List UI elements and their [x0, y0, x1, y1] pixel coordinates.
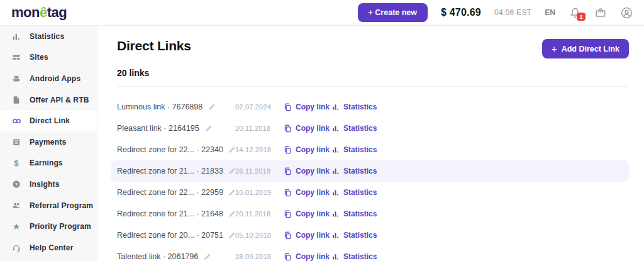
- sidebar-item-sites[interactable]: Sites: [0, 47, 97, 69]
- notifications-bell-icon[interactable]: 1: [569, 6, 581, 19]
- copy-link-button[interactable]: Copy link: [284, 145, 332, 154]
- link-date: 28.09.2018: [235, 253, 284, 260]
- headset-icon: [11, 243, 21, 253]
- account-balance[interactable]: $ 470.69: [441, 7, 481, 18]
- link-date: 02.07.2024: [235, 103, 284, 111]
- sidebar-item-label: Direct Link: [30, 116, 70, 125]
- top-header: monêtag + Create new $ 470.69 04:06 EST …: [0, 0, 644, 26]
- monetag-dashboard: monêtag + Create new $ 470.69 04:06 EST …: [0, 0, 644, 261]
- edit-pencil-icon[interactable]: [205, 125, 212, 132]
- sidebar-item-referral-program[interactable]: Referral Program: [0, 195, 97, 216]
- statistics-button[interactable]: Statistics: [332, 231, 377, 240]
- question-circle-icon: ?: [11, 179, 21, 189]
- copy-link-label: Copy link: [296, 124, 330, 133]
- copy-link-button[interactable]: Copy link: [284, 209, 332, 218]
- direct-link-row: Redirect zone for 21... · 2183339 26.11.…: [111, 160, 629, 182]
- copy-link-label: Copy link: [296, 188, 330, 197]
- statistics-button[interactable]: Statistics: [332, 124, 377, 133]
- sidebar-item-label: Payments: [30, 138, 66, 147]
- direct-link-row: Redirect zone for 20... · 2075193 05.10.…: [111, 225, 629, 246]
- sidebar-item-payments[interactable]: Payments: [0, 131, 97, 153]
- link-name: Redirect zone for 22... · 2234030: [117, 145, 223, 154]
- edit-pencil-icon[interactable]: [208, 104, 215, 111]
- sidebar-item-help-center[interactable]: Help Center: [0, 237, 97, 258]
- plus-icon: +: [552, 44, 557, 53]
- statistics-label: Statistics: [343, 167, 377, 175]
- link-date: 14.12.2018: [235, 146, 284, 153]
- link-name: Redirect zone for 20... · 2075193: [117, 231, 223, 240]
- copy-link-label: Copy link: [296, 103, 330, 111]
- statistics-button[interactable]: Statistics: [332, 145, 377, 154]
- edit-pencil-icon[interactable]: [228, 232, 235, 239]
- edit-pencil-icon[interactable]: [228, 211, 235, 218]
- link-date: 10.01.2019: [235, 189, 284, 196]
- sidebar-item-label: Android Apps: [30, 74, 80, 83]
- copy-link-button[interactable]: Copy link: [284, 167, 332, 175]
- sidebar-item-insights[interactable]: ? Insights: [0, 174, 97, 195]
- monetag-logo[interactable]: monêtag: [11, 4, 67, 21]
- link-name: Luminous link · 7676898: [117, 103, 203, 111]
- marketplace-briefcase-icon[interactable]: [594, 6, 607, 19]
- statistics-button[interactable]: Statistics: [332, 167, 377, 175]
- link-date: 20.11.2018: [235, 125, 284, 132]
- statistics-label: Statistics: [343, 231, 377, 240]
- bar-chart-icon: [11, 31, 21, 42]
- edit-pencil-icon[interactable]: [228, 168, 235, 175]
- language-selector[interactable]: EN: [545, 8, 555, 17]
- logo-text-2: tag: [47, 4, 67, 20]
- sidebar-item-offer-api-rtb[interactable]: Offer API & RTB: [0, 89, 97, 111]
- copy-link-button[interactable]: Copy link: [284, 124, 332, 133]
- sidebar-item-label: Sites: [30, 53, 48, 62]
- people-icon: [11, 201, 21, 211]
- link-name-cell: Redirect zone for 21... · 2164820: [117, 209, 235, 218]
- copy-link-button[interactable]: Copy link: [284, 252, 332, 261]
- edit-pencil-icon[interactable]: [228, 189, 235, 196]
- sidebar-item-earnings[interactable]: $ Earnings: [0, 153, 97, 174]
- sidebar-item-label: Earnings: [30, 158, 63, 167]
- sidebar-item-label: Referral Program: [30, 201, 93, 210]
- copy-link-label: Copy link: [296, 167, 330, 175]
- logo-accent-letter: ê: [40, 4, 47, 20]
- add-direct-link-button[interactable]: + Add Direct Link: [542, 39, 629, 58]
- direct-link-row: Luminous link · 7676898 02.07.2024 Copy …: [111, 96, 629, 118]
- copy-link-button[interactable]: Copy link: [284, 188, 332, 197]
- statistics-button[interactable]: Statistics: [332, 103, 377, 111]
- statistics-button[interactable]: Statistics: [332, 209, 377, 218]
- sidebar-item-label: Offer API & RTB: [30, 96, 89, 104]
- header-actions: + Create new $ 470.69 04:06 EST EN 1: [358, 3, 633, 22]
- section-divider: [117, 86, 629, 87]
- statistics-label: Statistics: [343, 209, 377, 218]
- sidebar-item-priority-program[interactable]: ★ Priority Program: [0, 216, 97, 237]
- link-name: Redirect zone for 22... · 2295990: [117, 188, 223, 197]
- statistics-label: Statistics: [343, 124, 377, 133]
- sites-grid-icon: [11, 52, 21, 62]
- copy-link-label: Copy link: [296, 231, 330, 240]
- create-new-button[interactable]: + Create new: [358, 3, 428, 22]
- account-avatar-icon[interactable]: [620, 6, 633, 19]
- edit-pencil-icon[interactable]: [228, 147, 235, 153]
- copy-link-label: Copy link: [296, 145, 330, 154]
- android-icon: [11, 74, 21, 84]
- direct-link-row: Redirect zone for 22... · 2234030 14.12.…: [111, 139, 629, 160]
- sidebar-item-direct-link[interactable]: Direct Link: [0, 110, 97, 131]
- direct-link-row: Redirect zone for 21... · 2164820 20.11.…: [111, 203, 629, 225]
- copy-link-button[interactable]: Copy link: [284, 103, 332, 111]
- document-icon: [11, 95, 21, 105]
- svg-text:?: ?: [15, 182, 18, 187]
- statistics-button[interactable]: Statistics: [332, 188, 377, 197]
- sidebar-item-statistics[interactable]: Statistics: [0, 26, 97, 47]
- copy-link-label: Copy link: [296, 209, 330, 218]
- sidebar-item-label: Statistics: [30, 32, 64, 41]
- link-name-cell: Redirect zone for 22... · 2234030: [117, 145, 235, 154]
- copy-link-label: Copy link: [296, 252, 330, 261]
- copy-link-button[interactable]: Copy link: [284, 231, 332, 240]
- edit-pencil-icon[interactable]: [204, 253, 211, 260]
- statistics-label: Statistics: [343, 145, 377, 154]
- add-direct-link-label: Add Direct Link: [562, 45, 619, 53]
- link-date: 26.11.2018: [235, 167, 284, 175]
- sidebar-item-android-apps[interactable]: Android Apps: [0, 68, 97, 89]
- statistics-label: Statistics: [343, 252, 377, 261]
- sidebar-item-label: Help Center: [30, 243, 74, 252]
- link-name-cell: Redirect zone for 21... · 2183339: [117, 167, 235, 175]
- statistics-button[interactable]: Statistics: [332, 252, 377, 261]
